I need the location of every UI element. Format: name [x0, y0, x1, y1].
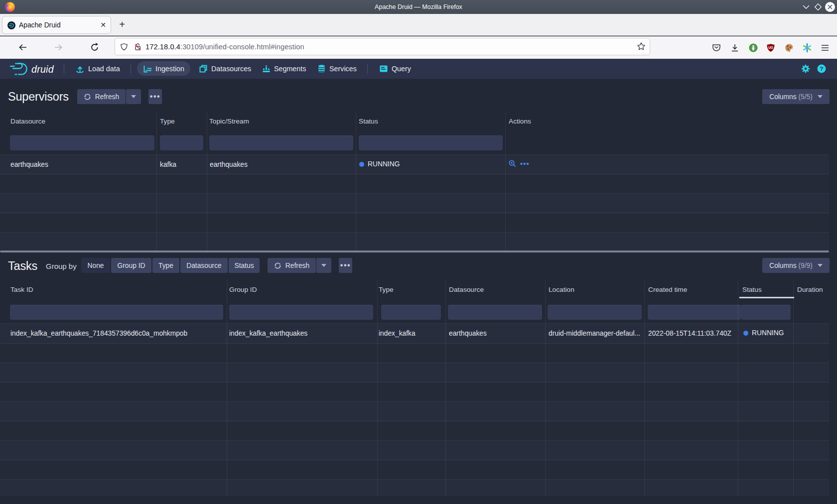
svg-text:?: ? — [820, 66, 823, 72]
svg-text:UO: UO — [768, 46, 773, 49]
